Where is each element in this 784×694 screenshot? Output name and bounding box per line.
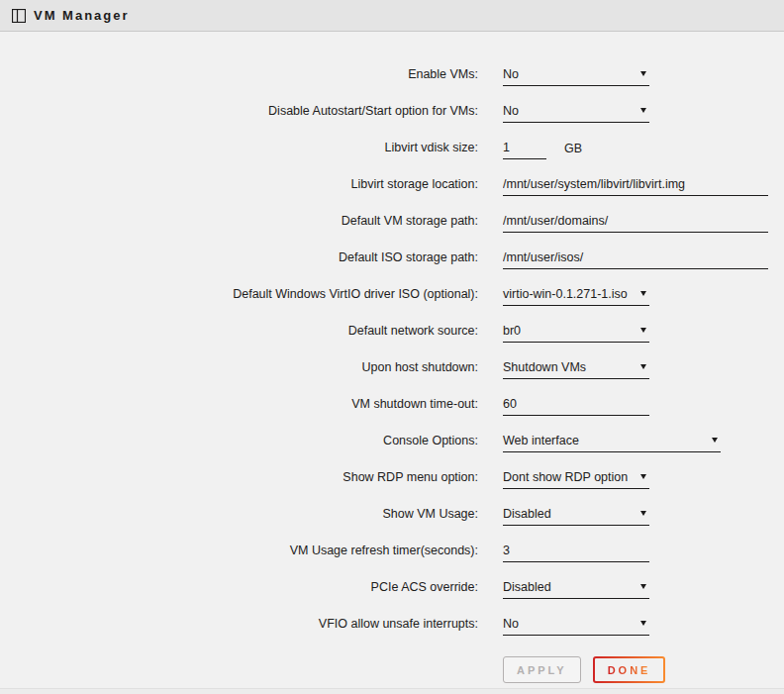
form-row-vm-shutdown-time-out: VM shutdown time-out:	[0, 379, 784, 416]
select-value: Disabled	[503, 507, 551, 521]
done-button-label: DONE	[608, 664, 651, 676]
label-vm-shutdown-time-out: VM shutdown time-out:	[0, 397, 478, 416]
form-row-libvirt-vdisk-size: Libvirt vdisk size: GB	[0, 123, 784, 159]
label-show-rdp-menu-option: Show RDP menu option:	[0, 470, 478, 489]
form-row-enable-vms: Enable VMs: No	[0, 50, 784, 86]
unit-label: GB	[564, 142, 582, 159]
form-row-upon-host-shutdown: Upon host shutdown: Shutdown VMs	[0, 343, 784, 379]
select-pcie-acs-override[interactable]: Disabled	[503, 580, 649, 599]
select-default-network-source[interactable]: br0	[503, 324, 649, 343]
form-row-disable-autostart-start-option-for-vms: Disable Autostart/Start option for VMs: …	[0, 86, 784, 123]
apply-button[interactable]: APPLY	[503, 656, 581, 683]
form-row-default-vm-storage-path: Default VM storage path:	[0, 196, 784, 233]
chevron-down-icon	[640, 328, 646, 333]
select-value: No	[503, 67, 519, 81]
chevron-down-icon	[640, 364, 646, 369]
select-value: Web interface	[503, 434, 579, 447]
form-row-default-iso-storage-path: Default ISO storage path:	[0, 233, 784, 269]
select-value: No	[503, 104, 519, 118]
page-title: VM Manager	[34, 8, 130, 23]
input-libvirt-vdisk-size[interactable]	[503, 141, 546, 159]
select-vfio-allow-unsafe-interrupts[interactable]: No	[503, 617, 649, 636]
chevron-down-icon	[712, 438, 718, 443]
label-console-options: Console Options:	[0, 434, 478, 452]
select-disable-autostart-start-option-for-vms[interactable]: No	[503, 104, 649, 123]
label-show-vm-usage: Show VM Usage:	[0, 507, 478, 526]
select-value: br0	[503, 324, 521, 338]
label-upon-host-shutdown: Upon host shutdown:	[0, 360, 478, 379]
label-vm-usage-refresh-timer-seconds: VM Usage refresh timer(seconds):	[0, 544, 478, 562]
chevron-down-icon	[640, 71, 646, 76]
form-row-vfio-allow-unsafe-interrupts: VFIO allow unsafe interrupts: No	[0, 599, 784, 636]
label-disable-autostart-start-option-for-vms: Disable Autostart/Start option for VMs:	[0, 104, 478, 123]
select-show-vm-usage[interactable]: Disabled	[503, 507, 649, 526]
form-row-pcie-acs-override: PCIe ACS override: Disabled	[0, 562, 784, 599]
select-show-rdp-menu-option[interactable]: Dont show RDP option	[503, 470, 649, 489]
select-upon-host-shutdown[interactable]: Shutdown VMs	[503, 360, 649, 379]
select-value: No	[503, 617, 519, 631]
select-value: virtio-win-0.1.271-1.iso	[503, 287, 628, 301]
chevron-down-icon	[640, 584, 646, 589]
bottom-strip	[0, 688, 784, 694]
input-default-vm-storage-path[interactable]	[503, 214, 768, 233]
form-row-default-windows-virtio-driver-iso-optional: Default Windows VirtIO driver ISO (optio…	[0, 269, 784, 306]
select-console-options[interactable]: Web interface	[503, 434, 721, 452]
form-row-default-network-source: Default network source: br0	[0, 306, 784, 343]
form-row-console-options: Console Options: Web interface	[0, 416, 784, 452]
select-value: Dont show RDP option	[503, 470, 628, 484]
chevron-down-icon	[640, 291, 646, 296]
form-row-show-vm-usage: Show VM Usage: Disabled	[0, 489, 784, 526]
label-default-windows-virtio-driver-iso-optional: Default Windows VirtIO driver ISO (optio…	[0, 287, 478, 306]
label-default-iso-storage-path: Default ISO storage path:	[0, 250, 478, 269]
footer-actions: APPLY DONE	[503, 656, 784, 683]
done-button[interactable]: DONE	[593, 656, 666, 683]
label-pcie-acs-override: PCIe ACS override:	[0, 580, 478, 599]
chevron-down-icon	[640, 621, 646, 626]
chevron-down-icon	[640, 474, 646, 479]
label-enable-vms: Enable VMs:	[0, 67, 478, 86]
form-row-show-rdp-menu-option: Show RDP menu option: Dont show RDP opti…	[0, 452, 784, 489]
input-libvirt-storage-location[interactable]	[503, 177, 768, 196]
select-value: Disabled	[503, 580, 551, 594]
form-row-vm-usage-refresh-timer-seconds: VM Usage refresh timer(seconds):	[0, 526, 784, 562]
input-vm-shutdown-time-out[interactable]	[503, 397, 649, 416]
label-default-vm-storage-path: Default VM storage path:	[0, 214, 478, 233]
form-row-libvirt-storage-location: Libvirt storage location:	[0, 159, 784, 196]
input-default-iso-storage-path[interactable]	[503, 250, 768, 269]
chevron-down-icon	[640, 108, 646, 113]
chevron-down-icon	[640, 511, 646, 516]
vm-manager-columns-icon	[12, 9, 26, 23]
input-vm-usage-refresh-timer-seconds[interactable]	[503, 544, 649, 562]
label-libvirt-storage-location: Libvirt storage location:	[0, 177, 478, 196]
select-value: Shutdown VMs	[503, 360, 586, 374]
titlebar: VM Manager	[0, 0, 784, 32]
label-default-network-source: Default network source:	[0, 324, 478, 343]
select-default-windows-virtio-driver-iso-optional[interactable]: virtio-win-0.1.271-1.iso	[503, 287, 649, 306]
select-enable-vms[interactable]: No	[503, 67, 649, 86]
settings-form: Enable VMs: No Disable Autostart/Start o…	[0, 50, 784, 636]
label-libvirt-vdisk-size: Libvirt vdisk size:	[0, 141, 478, 159]
label-vfio-allow-unsafe-interrupts: VFIO allow unsafe interrupts:	[0, 617, 478, 636]
